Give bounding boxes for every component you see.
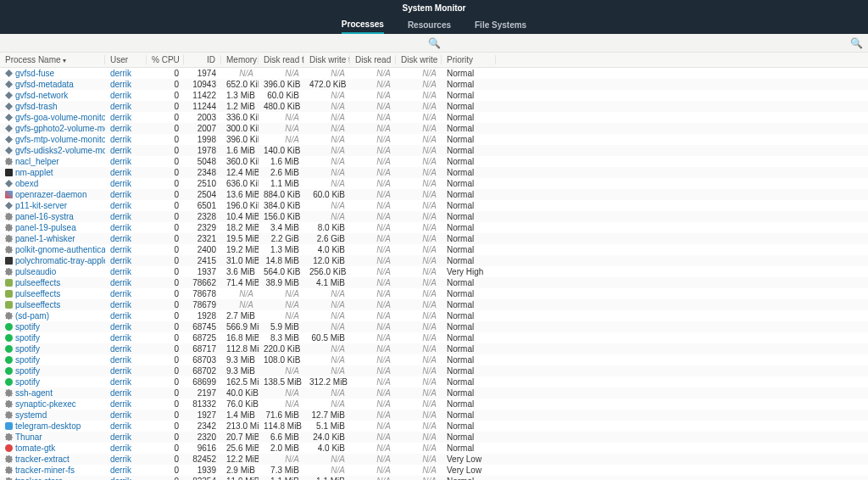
disk-read-total-cell: N/A <box>259 69 304 78</box>
process-name: gvfs-gphoto2-volume-monitor <box>15 124 105 133</box>
col-disk-read-total[interactable]: Disk read total <box>259 55 304 64</box>
disk-write-cell: N/A <box>396 102 442 111</box>
priority-cell: Normal <box>442 289 496 298</box>
table-row[interactable]: polychromatic-tray-appletderrik0241531.0… <box>0 255 868 266</box>
col-id[interactable]: ID <box>184 55 221 64</box>
table-row[interactable]: p11-kit-serverderrik06501196.0 KiB384.0 … <box>0 200 868 211</box>
table-row[interactable]: spotifyderrik068745566.9 MiB5.9 MiBN/AN/… <box>0 321 868 332</box>
disk-read-total-cell: 8.3 MiB <box>259 333 304 343</box>
col-disk-read[interactable]: Disk read <box>350 55 396 64</box>
table-row[interactable]: gvfs-goa-volume-monitorderrik02003336.0 … <box>0 112 868 123</box>
table-row[interactable]: spotifyderrik068699162.5 MiB138.5 MiB312… <box>0 376 868 387</box>
table-row[interactable]: synaptic-pkexecderrik08133276.0 KiBN/AN/… <box>0 399 868 410</box>
table-row[interactable]: spotifyderrik068717112.8 MiB220.0 KiBN/A… <box>0 343 868 354</box>
disk-read-total-cell: 5.9 MiB <box>259 322 304 332</box>
tab-processes[interactable]: Processes <box>342 16 384 34</box>
table-row[interactable]: polkit-gnome-authentication-agent-1derri… <box>0 244 868 255</box>
disk-write-cell: N/A <box>396 157 442 166</box>
table-row[interactable]: gvfsd-fusederrik01974N/AN/AN/AN/AN/ANorm… <box>0 68 868 79</box>
id-cell: 2328 <box>184 212 221 221</box>
table-row[interactable]: pulseeffectsderrik078679N/AN/AN/AN/AN/AN… <box>0 299 868 310</box>
id-cell: 2400 <box>184 245 221 254</box>
table-row[interactable]: tracker-storederrik08235411.9 MiB1.1 MiB… <box>0 476 868 480</box>
process-icon <box>5 455 13 463</box>
table-row[interactable]: gvfs-mtp-volume-monitorderrik01998396.0 … <box>0 134 868 145</box>
col-user[interactable]: User <box>105 55 147 64</box>
process-icon <box>5 389 13 397</box>
cpu-cell: 0 <box>147 201 184 210</box>
col-disk-write[interactable]: Disk write <box>396 55 442 64</box>
process-name-cell: systemd <box>0 410 105 420</box>
user-cell: derrik <box>105 477 147 480</box>
process-name: p11-kit-server <box>15 201 67 210</box>
memory-cell: 300.0 KiB <box>221 124 259 133</box>
table-row[interactable]: panel-16-systraderrik0232810.4 MiB156.0 … <box>0 211 868 222</box>
id-cell: 2415 <box>184 256 221 265</box>
memory-cell: 19.5 MiB <box>221 234 259 243</box>
table-row[interactable]: tomate-gtkderrik0961625.6 MiB2.0 MiB4.0 … <box>0 443 868 454</box>
process-name-cell: ssh-agent <box>0 388 105 398</box>
process-name-cell: gvfsd-fuse <box>0 69 105 78</box>
col-memory[interactable]: Memory <box>221 55 259 64</box>
memory-cell: 396.0 KiB <box>221 135 259 144</box>
disk-read-cell: N/A <box>350 432 396 442</box>
table-row[interactable]: (sd-pam)derrik019282.7 MiBN/AN/AN/AN/ANo… <box>0 310 868 321</box>
search-icon-corner[interactable]: 🔍 <box>850 37 863 49</box>
table-row[interactable]: spotifyderrik0687039.3 MiB108.0 KiBN/AN/… <box>0 354 868 365</box>
disk-write-total-cell: N/A <box>304 168 350 177</box>
col-disk-write-total[interactable]: Disk write total <box>304 55 350 64</box>
table-row[interactable]: spotifyderrik06872516.8 MiB8.3 MiB60.5 M… <box>0 332 868 343</box>
table-row[interactable]: pulseeffectsderrik07866271.4 MiB38.9 MiB… <box>0 277 868 288</box>
table-row[interactable]: systemdderrik019271.4 MiB71.6 MiB12.7 Mi… <box>0 410 868 421</box>
disk-read-cell: N/A <box>350 146 396 155</box>
table-row[interactable]: gvfsd-trashderrik0112441.2 MiB480.0 KiBN… <box>0 101 868 112</box>
table-row[interactable]: Thunarderrik0232020.7 MiB6.6 MiB24.0 KiB… <box>0 432 868 443</box>
process-name-cell: pulseeffects <box>0 278 105 287</box>
table-row[interactable]: obexdderrik02510636.0 KiB1.1 MiBN/AN/AN/… <box>0 178 868 189</box>
disk-read-total-cell: N/A <box>259 366 304 376</box>
tab-resources[interactable]: Resources <box>408 17 451 33</box>
process-name: gvfs-mtp-volume-monitor <box>15 135 105 144</box>
priority-cell: Normal <box>442 421 496 431</box>
process-icon <box>5 81 13 88</box>
table-row[interactable]: tracker-miner-fsderrik019392.9 MiB7.3 Mi… <box>0 465 868 476</box>
tab-filesystems[interactable]: File Systems <box>475 17 526 33</box>
table-row[interactable]: ssh-agentderrik0219740.0 KiBN/AN/AN/AN/A… <box>0 387 868 399</box>
id-cell: 68745 <box>184 322 221 332</box>
table-row[interactable]: panel-19-pulseaderrik0232918.2 MiB3.4 Mi… <box>0 222 868 233</box>
process-name-cell: gvfs-gphoto2-volume-monitor <box>0 124 105 133</box>
disk-read-cell: N/A <box>350 102 396 111</box>
search-bar[interactable]: 🔍 🔍 <box>0 34 868 53</box>
cpu-cell: 0 <box>147 168 184 177</box>
priority-cell: Normal <box>442 443 496 453</box>
disk-write-total-cell: 1.1 MiB <box>304 477 350 480</box>
id-cell: 81332 <box>184 399 221 409</box>
table-row[interactable]: gvfsd-metadataderrik010943652.0 KiB396.0… <box>0 79 868 90</box>
memory-cell: 162.5 MiB <box>221 377 259 387</box>
table-row[interactable]: gvfsd-networkderrik0114221.3 MiB60.0 KiB… <box>0 90 868 101</box>
col-cpu[interactable]: % CPU <box>147 55 184 64</box>
user-cell: derrik <box>105 168 147 177</box>
disk-read-cell: N/A <box>350 289 396 298</box>
table-row[interactable]: nm-appletderrik0234812.4 MiB2.6 MiBN/AN/… <box>0 167 868 178</box>
priority-cell: Normal <box>442 366 496 376</box>
col-process-name[interactable]: Process Name▾ <box>0 55 105 64</box>
memory-cell: 11.9 MiB <box>221 477 259 480</box>
process-icon <box>5 158 13 165</box>
sort-indicator-icon: ▾ <box>63 57 66 64</box>
table-row[interactable]: openrazer-daemonderrik0250413.6 MiB884.0… <box>0 189 868 200</box>
table-row[interactable]: panel-1-whiskerderrik0232119.5 MiB2.2 Gi… <box>0 233 868 244</box>
table-row[interactable]: gvfs-udisks2-volume-monitorderrik019781.… <box>0 145 868 156</box>
priority-cell: Normal <box>442 223 496 232</box>
table-row[interactable]: telegram-desktopderrik02342213.0 MiB114.… <box>0 421 868 432</box>
table-row[interactable]: spotifyderrik0687029.3 MiBN/AN/AN/AN/ANo… <box>0 365 868 376</box>
process-name: telegram-desktop <box>15 421 81 431</box>
disk-read-total-cell: 38.9 MiB <box>259 278 304 287</box>
col-priority[interactable]: Priority <box>442 55 496 64</box>
table-row[interactable]: nacl_helperderrik05048360.0 KiB1.6 MiBN/… <box>0 156 868 167</box>
table-row[interactable]: gvfs-gphoto2-volume-monitorderrik0200730… <box>0 123 868 134</box>
table-row[interactable]: pulseeffectsderrik078678N/AN/AN/AN/AN/AN… <box>0 288 868 299</box>
process-icon <box>5 268 13 276</box>
table-row[interactable]: tracker-extractderrik08245212.2 MiBN/AN/… <box>0 454 868 465</box>
table-row[interactable]: pulseaudioderrik019373.6 MiB564.0 KiB256… <box>0 266 868 277</box>
